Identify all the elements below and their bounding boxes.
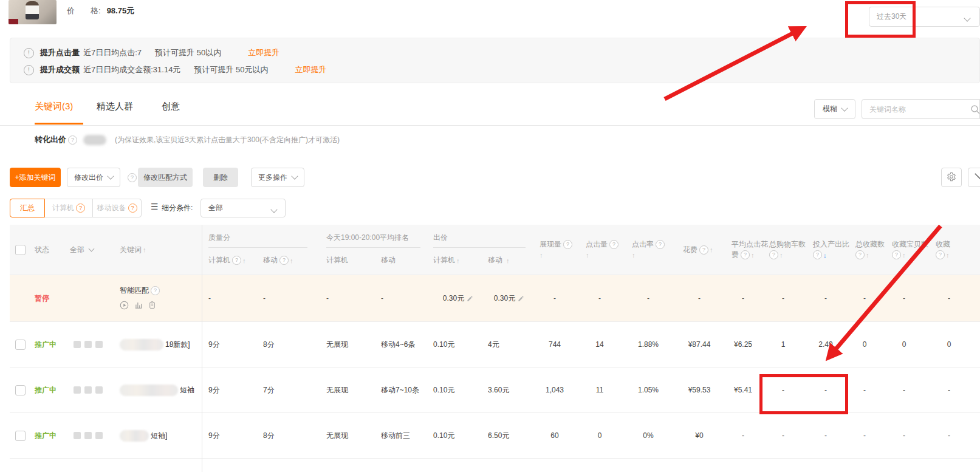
col-header-bid-mobile[interactable]: 移动↑ xyxy=(488,255,510,265)
impressions: 744 xyxy=(532,340,577,349)
export-button[interactable] xyxy=(968,168,980,187)
col-header-impressions[interactable]: 展现量? ↑ xyxy=(532,225,577,275)
cost: ¥0 xyxy=(674,431,724,440)
edit-match-type-button[interactable]: 修改匹配方式 xyxy=(138,168,193,187)
notice-detail: 近7日日均成交金额:31.14元 xyxy=(83,64,180,75)
bid-mobile[interactable]: 0.30元 xyxy=(486,293,532,304)
match-mode-value: 模糊 xyxy=(823,104,837,114)
device-tab-mobile[interactable]: 移动设备? xyxy=(92,199,142,217)
bar-chart-icon[interactable] xyxy=(134,301,148,311)
add-keyword-button[interactable]: +添加关键词 xyxy=(10,168,61,187)
help-icon: ? xyxy=(128,204,137,213)
roi: - xyxy=(804,294,847,303)
impressions: 60 xyxy=(532,431,577,440)
list-icon: ☰ xyxy=(151,202,159,211)
more-actions-button[interactable]: 更多操作 xyxy=(251,168,304,187)
product-photo-figure xyxy=(26,1,39,19)
rank-pc: 无展现 xyxy=(323,431,378,441)
delete-button[interactable]: 删除 xyxy=(203,168,238,187)
select-all-checkbox[interactable] xyxy=(15,245,26,255)
row-checkbox[interactable] xyxy=(15,431,26,441)
conversion-bid-note: (为保证效果,该宝贝近3天累计点击量大于300(不含定向推广)才可激活) xyxy=(115,135,340,145)
boost-now-link[interactable]: 立即提升 xyxy=(295,64,326,75)
bid-pc[interactable]: 0.10元 xyxy=(430,385,486,395)
tab-keywords[interactable]: 关键词(3) xyxy=(35,101,73,112)
table-row: 推广中 短袖] 9分 8分 无展现 移动前三 0.10元 6.50元 60 0 … xyxy=(10,413,980,459)
col-header-cost[interactable]: 花费?↑ xyxy=(674,225,724,275)
sort-up-icon: ↑ xyxy=(586,251,589,259)
keyword-search-input[interactable] xyxy=(862,99,980,119)
segment-condition-select[interactable]: 全部 xyxy=(200,199,286,217)
bid-mobile[interactable]: 3.60元 xyxy=(486,385,532,395)
col-header-rank-pc[interactable]: 计算机 xyxy=(326,255,348,265)
search-icon[interactable] xyxy=(970,104,980,116)
keyword-cell: 短袖] xyxy=(118,430,202,442)
bid-pc[interactable]: 0.30元 xyxy=(430,293,486,304)
pencil-icon[interactable] xyxy=(518,295,524,302)
col-header-fav-total[interactable]: 总收藏数 ?↑ xyxy=(847,225,882,275)
clicks: 11 xyxy=(577,386,622,394)
fav-total: - xyxy=(847,294,882,303)
cart-total: - xyxy=(762,431,804,440)
status-filter-dropdown[interactable]: 全部 xyxy=(67,225,118,275)
bid-mobile[interactable]: 6.50元 xyxy=(486,431,532,441)
platform-icons xyxy=(67,386,118,394)
col-header-cart-total[interactable]: 总购物车数 ?↑ xyxy=(762,225,804,275)
boost-now-link[interactable]: 立即提升 xyxy=(248,47,279,58)
edit-bid-button[interactable]: 修改出价 xyxy=(67,168,120,187)
tab-creative[interactable]: 创意 xyxy=(162,101,180,112)
help-icon: ? xyxy=(769,250,778,259)
status-badge: 推广中 xyxy=(35,340,57,350)
info-icon: ! xyxy=(24,48,34,58)
clipboard-icon[interactable] xyxy=(148,301,162,311)
col-header-qs-pc[interactable]: 计算机?↑ xyxy=(208,255,246,265)
col-header-rank-mobile[interactable]: 移动 xyxy=(381,255,396,265)
product-photo-badge xyxy=(9,19,18,24)
row-checkbox[interactable] xyxy=(15,385,26,395)
notice-line-clicks: ! 提升点击量 近7日日均点击:7 预计可提升 50以内 立即提升 xyxy=(24,44,979,61)
sort-up-icon: ↑ xyxy=(751,251,755,259)
device-tab-summary[interactable]: 汇总 xyxy=(10,199,45,217)
col-header-fav-items[interactable]: 收藏宝贝数 ?↑ xyxy=(882,225,926,275)
match-mode-select[interactable]: 模糊 xyxy=(814,99,855,119)
row-checkbox[interactable] xyxy=(15,340,26,350)
status-badge: 暂停 xyxy=(35,293,49,304)
col-header-ctr[interactable]: 点击率? ↑ xyxy=(622,225,674,275)
play-circle-icon[interactable] xyxy=(120,301,134,312)
col-header-keyword[interactable]: 关键词↑ xyxy=(118,225,202,275)
col-header-avg-click-cost[interactable]: 平均点击花 费?↑ xyxy=(724,225,762,275)
bid-mobile[interactable]: 4元 xyxy=(486,340,532,350)
rank-pc: 无展现 xyxy=(323,385,378,395)
pencil-icon[interactable] xyxy=(467,295,473,302)
table-row: 推广中 短袖 9分 7分 无展现 移动7~10条 0.10元 3.60元 1,0… xyxy=(10,368,980,413)
sort-up-icon: ↑ xyxy=(710,246,713,253)
date-range-select[interactable]: 过去30天 xyxy=(869,7,980,27)
help-icon[interactable]: ? xyxy=(128,173,137,182)
settings-button[interactable] xyxy=(941,168,962,187)
sort-up-icon: ↑ xyxy=(946,251,950,259)
help-icon: ? xyxy=(699,245,708,255)
bid-pc[interactable]: 0.10元 xyxy=(430,431,486,441)
col-header-clicks[interactable]: 点击量? ↑ xyxy=(577,225,622,275)
sort-up-icon: ↑ xyxy=(506,257,510,264)
ctr: 1.88% xyxy=(622,340,674,349)
sort-up-icon: ↑ xyxy=(242,257,246,264)
col-header-bid-pc[interactable]: 计算机↑ xyxy=(433,255,460,265)
roi: - xyxy=(804,386,847,394)
col-header-status: 状态 xyxy=(32,225,67,275)
keyword-cell: 短袖 xyxy=(118,385,202,396)
device-tab-pc[interactable]: 计算机? xyxy=(44,199,93,217)
keyword-cell: 18新款] xyxy=(118,339,202,351)
col-header-roi[interactable]: 投入产出比 ?↓ xyxy=(804,225,847,275)
platform-icons xyxy=(67,341,118,348)
bid-pc[interactable]: 0.10元 xyxy=(430,340,486,350)
product-image xyxy=(9,0,57,24)
conversion-bid-toggle[interactable] xyxy=(83,135,106,145)
quality-mobile: 7分 xyxy=(260,385,323,395)
tab-audience[interactable]: 精选人群 xyxy=(97,101,133,112)
col-header-qs-mobile[interactable]: 移动?↑ xyxy=(263,255,293,265)
col-header-fav-extra[interactable]: 收藏 ?↑ xyxy=(926,225,972,275)
help-icon: ? xyxy=(76,204,85,213)
rank-mobile: 移动4~6条 xyxy=(378,340,430,350)
fav-extra: - xyxy=(926,294,972,303)
